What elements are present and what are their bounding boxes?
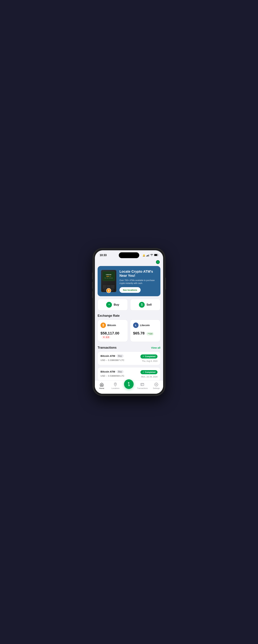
bitcoin-icon: ₿: [100, 322, 106, 328]
dynamic-island: [119, 252, 139, 258]
transactions-icon: [140, 382, 145, 387]
transactions-header: Transactions View all: [98, 346, 160, 350]
atm-screen: UNBANK Buy • Sell • Exchange: [103, 272, 115, 281]
litecoin-icon: Ł: [133, 322, 139, 328]
buy-icon: +: [106, 302, 112, 308]
tx-left-1: Bitcoin ATM Buy USD→ 0.33863867 LTC: [100, 354, 124, 362]
swap-icon: [127, 382, 131, 386]
settings-icon: [154, 382, 159, 387]
action-row: + Buy $ Sell: [98, 299, 160, 310]
phone-frame: 10:33 🔔: [93, 248, 165, 396]
tx-status-2: ✓Completed: [140, 370, 158, 374]
svg-point-2: [115, 384, 116, 384]
bitcoin-header: ₿ Bitcoin: [100, 322, 125, 328]
nav-settings[interactable]: Settings: [151, 382, 161, 389]
svg-point-4: [156, 384, 157, 385]
status-time: 10:33: [100, 254, 107, 257]
transaction-item-2: Bitcoin ATM Buy USD→ 0.53886569 LTC ✓Com…: [98, 367, 160, 381]
nav-home[interactable]: Home: [97, 382, 107, 389]
nav-locations[interactable]: Locations: [110, 382, 120, 389]
litecoin-card: Ł Litecoin $65.78 ^ 0.4: [130, 320, 160, 342]
litecoin-change: ^ 0.4: [146, 332, 154, 336]
tx-date-1: Thu, Aug 8, 2024: [142, 360, 158, 362]
tx-right-2: ✓Completed Mon, Jul 29, 2024: [140, 370, 158, 378]
sell-label: Sell: [146, 303, 152, 306]
wifi-icon: [150, 254, 153, 257]
banner-subtitle: Over 700+ ATMs available to purchase cry…: [119, 279, 158, 285]
transactions-label: Transactions: [137, 387, 148, 389]
sell-button[interactable]: $ Sell: [130, 299, 160, 310]
transactions-title: Transactions: [98, 346, 117, 350]
nav-transactions[interactable]: Transactions: [137, 382, 148, 389]
home-label: Home: [99, 387, 104, 389]
bitcoin-name: Bitcoin: [107, 324, 116, 326]
litecoin-price-row: $65.78 ^ 0.4: [133, 331, 158, 336]
tx-amount-2: USD→ 0.53886569 LTC: [100, 374, 124, 377]
battery-icon: [154, 254, 158, 257]
settings-label: Settings: [153, 387, 160, 389]
notification-bell-icon: 🔔: [142, 254, 145, 256]
svg-rect-1: [154, 254, 157, 256]
tx-title-row-2: Bitcoin ATM Buy: [100, 370, 124, 373]
atm-bitcoin-badge: ₿: [106, 288, 111, 293]
phone-screen: 10:33 🔔: [95, 250, 163, 394]
litecoin-header: Ł Litecoin: [133, 322, 158, 328]
nav-center-action[interactable]: [124, 379, 134, 389]
tx-type-badge-2: Buy: [117, 370, 124, 373]
top-indicator-row: [95, 259, 163, 265]
home-icon: [99, 382, 104, 387]
locations-icon: [113, 382, 118, 387]
exchange-rate-row: ₿ Bitcoin $58,117.00 ▼ -2.3 Ł Litecoin: [98, 320, 160, 342]
tx-title-row-1: Bitcoin ATM Buy: [100, 354, 124, 358]
litecoin-name: Litecoin: [140, 324, 150, 326]
screen-content[interactable]: UNBANK Buy • Sell • Exchange: [95, 259, 163, 394]
exchange-rate-title: Exchange Rate: [98, 314, 160, 318]
banner-title: Locate Crypto ATM's Near You!: [119, 270, 158, 278]
sell-icon: $: [139, 302, 145, 308]
tx-status-1: ✓Completed: [140, 354, 158, 358]
tx-atm-label-1: Bitcoin ATM: [100, 354, 115, 357]
atm-brand-logo: UNBANK: [106, 274, 111, 275]
buy-label: Buy: [114, 303, 119, 306]
tx-atm-label-2: Bitcoin ATM: [100, 370, 115, 373]
banner-text-content: Locate Crypto ATM's Near You! Over 700+ …: [118, 270, 158, 293]
bitcoin-price-row: $58,117.00 ▼ -2.3: [100, 331, 125, 339]
transaction-item-1: Bitcoin ATM Buy USD→ 0.33863867 LTC ✓Com…: [98, 352, 160, 365]
buy-button[interactable]: + Buy: [98, 299, 128, 310]
bitcoin-card: ₿ Bitcoin $58,117.00 ▼ -2.3: [98, 320, 128, 342]
status-icons: 🔔: [142, 254, 158, 257]
view-all-button[interactable]: View all: [151, 346, 160, 349]
tx-type-badge-1: Buy: [117, 354, 124, 358]
signal-icon: [146, 254, 149, 256]
bottom-nav: Home Locations: [95, 380, 163, 394]
tx-amount-1: USD→ 0.33863867 LTC: [100, 359, 124, 362]
online-status-dot: [156, 260, 160, 264]
bitcoin-change: ▼ -2.3: [102, 336, 110, 339]
locations-label: Locations: [111, 387, 119, 389]
tx-date-2: Mon, Jul 29, 2024: [141, 376, 158, 378]
tx-left-2: Bitcoin ATM Buy USD→ 0.53886569 LTC: [100, 370, 124, 377]
bitcoin-price: $58,117.00: [100, 331, 119, 335]
tx-right-1: ✓Completed Thu, Aug 8, 2024: [140, 354, 158, 362]
see-locations-button[interactable]: See locations: [119, 287, 141, 293]
svg-rect-3: [141, 383, 144, 386]
atm-illustration: UNBANK Buy • Sell • Exchange: [99, 270, 118, 292]
litecoin-price: $65.78: [133, 331, 145, 335]
promo-banner: UNBANK Buy • Sell • Exchange: [98, 266, 160, 296]
